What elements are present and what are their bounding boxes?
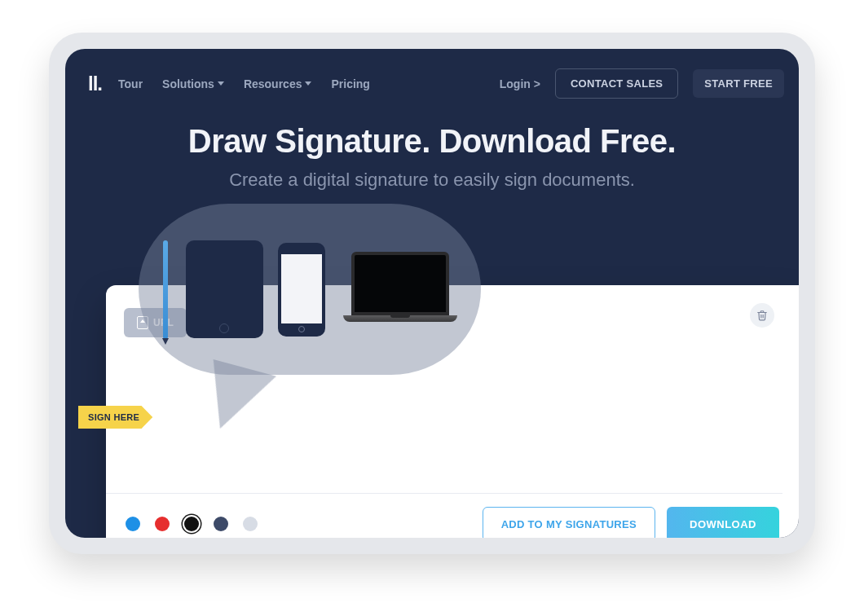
nav-links: Tour Solutions Resources Pricing <box>118 77 500 90</box>
nav-right: Login > CONTACT SALES START FREE <box>500 68 776 99</box>
chevron-down-icon <box>305 81 311 86</box>
login-link[interactable]: Login > <box>500 77 540 90</box>
stylus-icon <box>163 240 168 338</box>
add-to-signatures-button[interactable]: ADD TO MY SIGNATURES <box>483 507 655 539</box>
start-free-button[interactable]: START FREE <box>693 69 784 98</box>
hero: Draw Signature. Download Free. Create a … <box>65 118 799 191</box>
phone-icon <box>278 243 325 337</box>
color-blue[interactable] <box>126 517 140 531</box>
color-red[interactable] <box>155 517 170 531</box>
footer-actions: ADD TO MY SIGNATURES DOWNLOAD <box>483 507 779 539</box>
tablet-device-frame: ll. Tour Solutions Resources Pricing Log… <box>49 33 815 554</box>
hero-subtitle: Create a digital signature to easily sig… <box>82 169 782 191</box>
nav-resources-label: Resources <box>244 77 302 90</box>
chevron-down-icon <box>218 81 224 86</box>
devices-illustration <box>139 204 481 424</box>
tablet-icon <box>186 240 263 338</box>
nav-solutions[interactable]: Solutions <box>162 77 224 90</box>
nav-tour[interactable]: Tour <box>118 77 143 90</box>
trash-icon <box>756 310 768 321</box>
contact-sales-button[interactable]: CONTACT SALES <box>555 68 678 99</box>
device-screen: ll. Tour Solutions Resources Pricing Log… <box>65 49 799 538</box>
color-black[interactable] <box>184 517 199 531</box>
nav-pricing[interactable]: Pricing <box>331 77 369 90</box>
nav-solutions-label: Solutions <box>162 77 214 90</box>
logo[interactable]: ll. <box>88 73 102 95</box>
color-navy[interactable] <box>214 517 228 531</box>
clear-button[interactable] <box>750 303 774 328</box>
hero-title: Draw Signature. Download Free. <box>82 123 782 160</box>
download-button[interactable]: DOWNLOAD <box>667 507 779 539</box>
color-gray[interactable] <box>243 517 258 531</box>
top-nav: ll. Tour Solutions Resources Pricing Log… <box>65 49 799 118</box>
color-picker <box>126 517 258 531</box>
card-footer: ADD TO MY SIGNATURES DOWNLOAD <box>106 494 799 538</box>
laptop-icon <box>343 252 457 327</box>
nav-resources[interactable]: Resources <box>244 77 312 90</box>
